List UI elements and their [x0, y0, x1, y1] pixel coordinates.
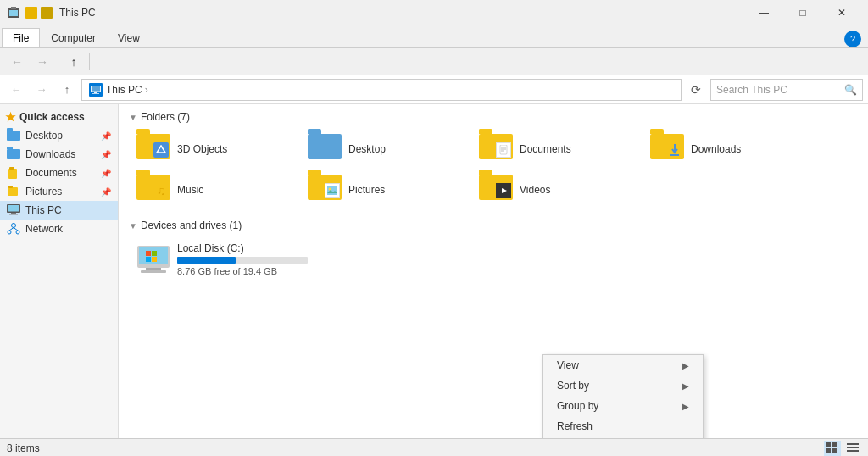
title-bar-controls: — □ ✕ — [744, 0, 861, 25]
ctx-view-arrow: ▶ — [682, 361, 689, 370]
back-addr-button[interactable]: ← — [5, 79, 27, 101]
drives-title: Devices and drives (1) — [141, 220, 242, 231]
tab-file[interactable]: File — [2, 28, 40, 47]
forward-button[interactable]: → — [31, 51, 54, 73]
folder-icon-videos — [479, 175, 513, 205]
svg-rect-1 — [9, 10, 18, 16]
window-icon — [7, 6, 20, 19]
help-button[interactable]: ? — [844, 31, 861, 47]
drive-c[interactable]: Local Disk (C:) 8.76 GB free of 19.4 GB — [129, 238, 315, 281]
sidebar-item-documents[interactable]: Documents 📌 — [0, 164, 118, 182]
view-large-icon-button[interactable] — [824, 441, 841, 456]
svg-rect-21 — [500, 145, 507, 154]
ctx-group-label: Group by — [557, 400, 598, 412]
sidebar-item-label: Desktop — [25, 130, 63, 142]
svg-rect-2 — [11, 7, 16, 9]
pin-icon-3: 📌 — [101, 169, 111, 178]
toolbar: ← → ↑ — [0, 48, 868, 75]
svg-rect-5 — [94, 92, 97, 93]
content-area: ▼ Folders (7) 3D Objects — [119, 104, 868, 438]
window-title: This PC — [59, 7, 744, 19]
svg-rect-33 — [146, 268, 161, 270]
sidebar-item-label: Documents — [25, 167, 77, 179]
ctx-group-by[interactable]: Group by ▶ — [543, 396, 703, 416]
svg-rect-38 — [152, 257, 157, 262]
folder-icon-desktop — [308, 134, 342, 164]
ctx-view[interactable]: View ▶ — [543, 355, 703, 375]
drive-bar — [177, 257, 236, 264]
title-bar-menu-icons — [25, 7, 53, 19]
forward-addr-button[interactable]: → — [31, 79, 53, 101]
network-label: Network — [25, 223, 63, 235]
sidebar: ★ Quick access Desktop 📌 Downloads 📌 — [0, 104, 119, 438]
sidebar-item-network[interactable]: Network — [0, 220, 118, 238]
folder-pictures[interactable]: Pictures — [300, 170, 470, 209]
main-layout: ★ Quick access Desktop 📌 Downloads 📌 — [0, 104, 868, 438]
maximize-button[interactable]: □ — [783, 0, 822, 25]
drive-info: Local Disk (C:) 8.76 GB free of 19.4 GB — [177, 242, 308, 276]
folder-videos[interactable]: Videos — [471, 170, 641, 209]
search-placeholder: Search This PC — [716, 84, 787, 96]
address-bar: ← → ↑ This PC › ⟳ Search This PC 🔍 — [0, 75, 868, 104]
sidebar-item-desktop[interactable]: Desktop 📌 — [0, 126, 118, 145]
close-button[interactable]: ✕ — [822, 0, 861, 25]
svg-rect-6 — [92, 93, 99, 94]
back-button[interactable]: ← — [5, 51, 29, 73]
quick-access-label: Quick access — [19, 111, 85, 123]
pin-icon-4: 📌 — [101, 187, 111, 197]
svg-rect-9 — [8, 187, 18, 196]
svg-rect-35 — [146, 251, 151, 256]
search-box[interactable]: Search This PC 🔍 — [710, 79, 863, 101]
sidebar-quick-access[interactable]: ★ Quick access — [0, 108, 118, 126]
pin-icon-2: 📌 — [101, 150, 111, 159]
toolbar-separator-1 — [58, 53, 58, 70]
toolbar-separator-2 — [89, 53, 90, 70]
drives-grid: Local Disk (C:) 8.76 GB free of 19.4 GB — [129, 238, 858, 281]
downloads-folder-icon — [7, 147, 20, 161]
folder-icon-documents — [479, 134, 513, 164]
sidebar-item-pictures[interactable]: Pictures 📌 — [0, 182, 118, 201]
status-bar-right — [824, 441, 861, 456]
ctx-sort-label: Sort by — [557, 380, 589, 392]
view-list-button[interactable] — [844, 441, 861, 456]
svg-rect-26 — [327, 186, 337, 195]
context-menu: View ▶ Sort by ▶ Group by ▶ Refresh Past… — [542, 354, 704, 438]
up-addr-button[interactable]: ↑ — [56, 79, 78, 101]
folder-label: Music — [177, 184, 203, 196]
pin-icon: 📌 — [101, 131, 111, 141]
ctx-view-label: View — [557, 359, 579, 371]
folder-documents[interactable]: Documents — [471, 130, 641, 169]
folder-music[interactable]: ♫ Music — [129, 170, 298, 209]
tab-view[interactable]: View — [107, 28, 151, 47]
sidebar-item-downloads[interactable]: Downloads 📌 — [0, 145, 118, 164]
folder-label: Pictures — [348, 184, 385, 196]
path-label: This PC — [106, 84, 142, 96]
svg-rect-4 — [92, 86, 100, 92]
ctx-refresh[interactable]: Refresh — [543, 416, 703, 437]
ctx-sort-arrow: ▶ — [682, 381, 689, 391]
svg-point-17 — [16, 231, 19, 234]
folder-label: Desktop — [348, 143, 386, 155]
folder-icon-downloads — [650, 134, 684, 164]
address-path[interactable]: This PC › — [81, 79, 682, 101]
folder-label: Videos — [520, 184, 550, 196]
svg-rect-43 — [847, 443, 859, 445]
search-icon: 🔍 — [844, 84, 857, 96]
svg-rect-42 — [832, 448, 837, 453]
folder-downloads[interactable]: Downloads — [643, 130, 812, 169]
sidebar-item-this-pc[interactable]: This PC — [0, 201, 118, 220]
pictures-folder-icon — [7, 185, 20, 198]
drives-section-header[interactable]: ▼ Devices and drives (1) — [129, 220, 858, 231]
tab-computer[interactable]: Computer — [40, 28, 107, 47]
this-pc-icon — [7, 203, 20, 217]
folders-section-header[interactable]: ▼ Folders (7) — [129, 111, 858, 123]
folder-desktop[interactable]: Desktop — [300, 130, 470, 169]
svg-rect-13 — [11, 213, 16, 214]
computer-icon — [89, 83, 103, 97]
folder-icon-music: ♫ — [136, 175, 170, 205]
minimize-button[interactable]: — — [744, 0, 783, 25]
folder-3d-objects[interactable]: 3D Objects — [129, 130, 298, 169]
up-button[interactable]: ↑ — [62, 51, 86, 73]
refresh-button[interactable]: ⟳ — [685, 79, 707, 101]
ctx-sort-by[interactable]: Sort by ▶ — [543, 375, 703, 396]
